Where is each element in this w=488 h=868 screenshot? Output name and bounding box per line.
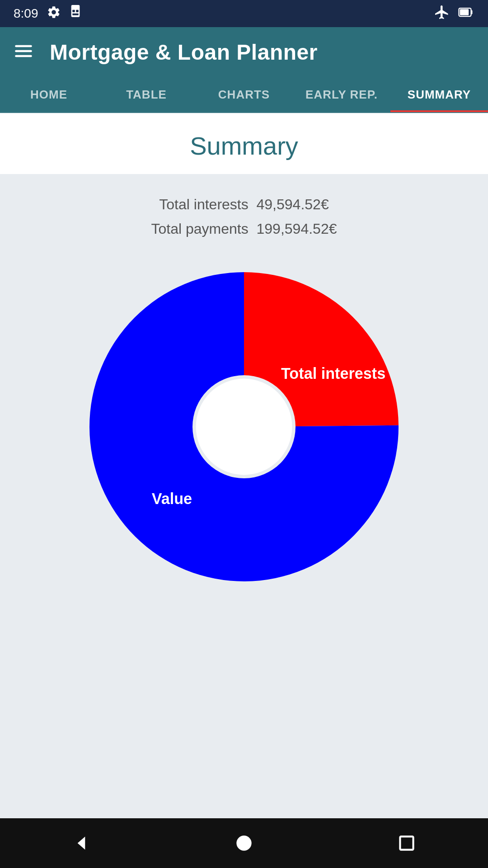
battery-icon [458, 4, 474, 24]
bottom-nav [0, 818, 488, 868]
status-bar-right [434, 4, 474, 24]
settings-icon [47, 5, 61, 23]
tab-table[interactable]: TABLE [98, 77, 195, 112]
airplane-icon [434, 4, 450, 24]
svg-rect-2 [76, 9, 78, 12]
summary-stats: Total interests 49,594.52€ Total payment… [151, 192, 337, 241]
app-title: Mortgage & Loan Planner [50, 40, 318, 65]
page-title: Summary [0, 113, 488, 174]
sim-icon [69, 5, 82, 23]
svg-rect-3 [72, 13, 78, 15]
total-payments-stat: Total payments 199,594.52€ [151, 217, 337, 241]
donut-chart: Total interests Value [72, 255, 416, 599]
svg-rect-1 [72, 9, 75, 12]
svg-point-10 [236, 835, 251, 850]
total-interests-stat: Total interests 49,594.52€ [151, 192, 337, 217]
main-content: Summary Total interests 49,594.52€ Total… [0, 113, 488, 818]
tab-early-rep[interactable]: EARLY REP. [293, 77, 390, 112]
app-bar: Mortgage & Loan Planner [0, 27, 488, 77]
hamburger-menu-icon[interactable] [14, 41, 33, 63]
svg-rect-11 [400, 836, 413, 849]
status-bar-left: 8:09 [14, 5, 82, 23]
tab-summary[interactable]: SUMMARY [390, 77, 488, 112]
home-button[interactable] [230, 830, 258, 857]
svg-marker-9 [78, 836, 85, 849]
recent-apps-button[interactable] [393, 830, 420, 857]
value-label: Value [152, 490, 192, 507]
svg-rect-5 [460, 9, 469, 15]
tab-bar: HOME TABLE CHARTS EARLY REP. SUMMARY [0, 77, 488, 113]
donut-center [196, 378, 292, 475]
tab-home[interactable]: HOME [0, 77, 98, 112]
status-bar: 8:09 [0, 0, 488, 27]
interests-label: Total interests [281, 364, 385, 382]
tab-charts[interactable]: CHARTS [195, 77, 293, 112]
time-display: 8:09 [14, 6, 38, 21]
back-button[interactable] [68, 830, 95, 857]
chart-section: Total interests 49,594.52€ Total payment… [0, 174, 488, 818]
